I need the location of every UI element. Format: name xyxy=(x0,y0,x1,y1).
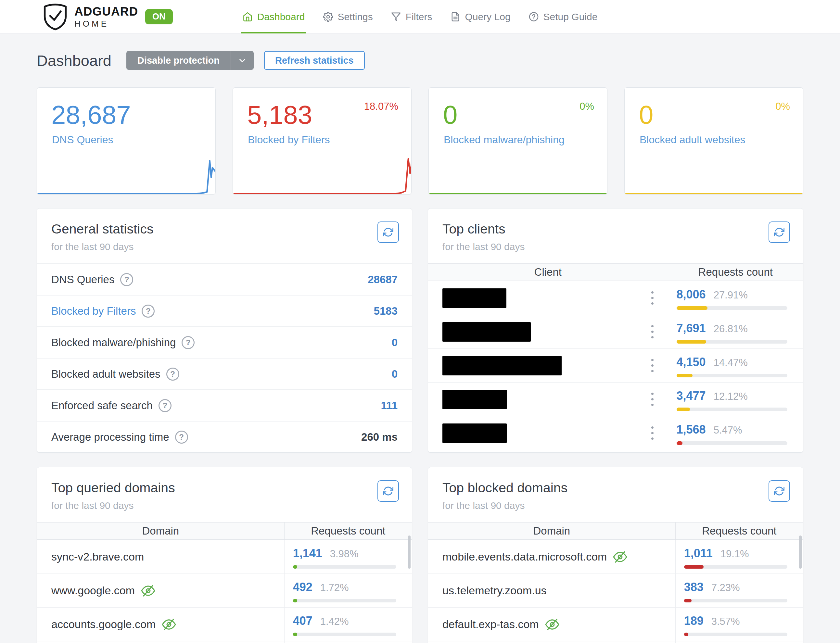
refresh-panel-button[interactable] xyxy=(378,222,399,243)
top-blocked-domains-panel: Top blocked domains for the last 90 days… xyxy=(428,467,803,643)
disable-protection-dropdown-button[interactable] xyxy=(230,51,254,70)
stat-row-value: 0 xyxy=(392,336,397,349)
kebab-menu-icon[interactable] xyxy=(649,391,655,408)
stat-card-blocked-adult: 0 Blocked adult websites 0% xyxy=(624,87,803,194)
domain-row: us.telemetry.zoom.us 3837.23% xyxy=(428,573,803,607)
stat-row-label: Enforced safe search xyxy=(51,400,153,412)
tracker-eye-slash-icon[interactable] xyxy=(545,619,560,630)
sparkline-chart xyxy=(624,156,803,194)
progress-track xyxy=(293,565,396,569)
request-percent: 5.47% xyxy=(714,424,742,436)
kebab-menu-icon[interactable] xyxy=(649,424,655,442)
tracker-eye-slash-icon[interactable] xyxy=(613,551,628,563)
refresh-panel-button[interactable] xyxy=(768,480,790,502)
help-circle-icon[interactable]: ? xyxy=(142,305,155,318)
nav-label: Query Log xyxy=(465,11,510,23)
column-header-client: Client xyxy=(428,264,668,281)
stat-list-row: Average processing time? 260 ms xyxy=(37,421,412,452)
redacted-client-name xyxy=(443,322,531,342)
help-circle-icon[interactable]: ? xyxy=(159,399,172,412)
tracker-eye-slash-icon[interactable] xyxy=(162,619,176,630)
document-icon xyxy=(450,12,460,22)
table-header: Domain Requests count xyxy=(37,522,412,540)
client-row: 7,69126.81% xyxy=(428,315,803,348)
stat-list-row: Blocked by Filters? 5183 xyxy=(37,295,412,326)
stat-row-value: 111 xyxy=(381,400,397,412)
stat-label[interactable]: Blocked by Filters xyxy=(248,134,330,146)
stat-row-value: 5183 xyxy=(374,305,397,317)
request-count: 1,568 xyxy=(677,423,706,436)
stat-percent: 0% xyxy=(580,101,594,113)
nav-tab-setup-guide[interactable]: Setup Guide xyxy=(528,0,599,33)
nav-tab-filters[interactable]: Filters xyxy=(390,0,434,33)
request-count: 4,150 xyxy=(677,355,706,369)
stat-cards-row: 28,687 DNS Queries 5,183 Blocked by Filt… xyxy=(37,87,803,194)
stat-percent: 18.07% xyxy=(364,101,398,113)
redacted-client-name xyxy=(443,423,507,443)
client-row: 4,15014.47% xyxy=(428,348,803,382)
panel-title: Top clients xyxy=(443,222,789,237)
brand-sub: HOME xyxy=(74,20,138,28)
nav-tab-settings[interactable]: Settings xyxy=(322,0,374,33)
table-scrollbar-thumb[interactable] xyxy=(408,535,410,569)
refresh-statistics-button[interactable]: Refresh statistics xyxy=(264,51,365,70)
kebab-menu-icon[interactable] xyxy=(649,323,655,340)
domain-row: default.exp-tas.com 1893.57% xyxy=(428,607,803,641)
progress-fill xyxy=(293,599,297,602)
client-row: 8,00627.91% xyxy=(428,281,803,315)
panel-subtitle: for the last 90 days xyxy=(51,241,397,252)
help-circle-icon[interactable]: ? xyxy=(175,431,188,444)
redacted-client-name xyxy=(443,390,507,409)
progress-track xyxy=(677,374,788,377)
table-header: Client Requests count xyxy=(428,263,803,281)
request-percent: 12.12% xyxy=(714,391,748,402)
stat-list-row: Enforced safe search? 111 xyxy=(37,389,412,421)
refresh-panel-button[interactable] xyxy=(378,480,399,502)
client-row: 3,47712.12% xyxy=(428,382,803,416)
app-header: ADGUARD HOME ON Dashboard Settings Filte… xyxy=(0,0,840,33)
column-header-requests: Requests count xyxy=(668,264,803,281)
help-circle-icon[interactable]: ? xyxy=(181,336,194,349)
stat-list-row: DNS Queries? 28687 xyxy=(37,263,412,295)
stat-label[interactable]: Blocked malware/phishing xyxy=(444,134,565,146)
refresh-panel-button[interactable] xyxy=(768,222,790,243)
request-percent: 1.72% xyxy=(320,582,349,594)
progress-track xyxy=(293,633,396,636)
kebab-menu-icon[interactable] xyxy=(649,357,655,374)
chevron-down-icon xyxy=(238,56,247,65)
stat-label[interactable]: DNS Queries xyxy=(52,134,113,146)
progress-track xyxy=(684,565,788,569)
domain-name: mobile.events.data.microsoft.com xyxy=(443,550,607,563)
panels-row-1: General statistics for the last 90 days … xyxy=(37,208,803,453)
tracker-eye-slash-icon[interactable] xyxy=(141,585,155,597)
disable-protection-button[interactable]: Disable protection xyxy=(126,51,230,70)
stat-label[interactable]: Blocked adult websites xyxy=(640,134,745,146)
request-count: 1,011 xyxy=(684,547,713,560)
domain-row: vscode-sync.trafficmanager.net 4001.39% xyxy=(37,641,412,643)
domain-row: www.google.com 4921.72% xyxy=(37,573,412,607)
adguard-logo[interactable]: ADGUARD HOME ON xyxy=(43,0,173,33)
domain-row: sync-v2.brave.com 1,1413.98% xyxy=(37,540,412,573)
progress-fill xyxy=(677,306,708,310)
request-percent: 1.42% xyxy=(320,616,349,627)
progress-fill xyxy=(677,340,706,344)
domain-row: accounts.google.com 4071.42% xyxy=(37,607,412,641)
request-percent: 27.91% xyxy=(714,289,748,301)
progress-track xyxy=(677,340,788,344)
progress-fill xyxy=(677,408,690,411)
table-scrollbar-thumb[interactable] xyxy=(799,535,802,569)
refresh-icon xyxy=(383,486,393,496)
table-header: Domain Requests count xyxy=(428,522,803,540)
request-percent: 14.47% xyxy=(714,357,748,369)
nav-tab-dashboard[interactable]: Dashboard xyxy=(241,0,306,33)
domain-name: www.google.com xyxy=(51,584,135,597)
stat-row-label-link[interactable]: Blocked by Filters xyxy=(51,305,136,317)
help-circle-icon[interactable]: ? xyxy=(120,273,133,286)
help-circle-icon[interactable]: ? xyxy=(166,367,179,380)
stat-value: 0 xyxy=(443,102,458,128)
progress-fill xyxy=(293,633,297,636)
kebab-menu-icon[interactable] xyxy=(649,289,655,307)
stat-row-label: Average processing time xyxy=(51,431,169,443)
domain-name: us.telemetry.zoom.us xyxy=(443,584,547,597)
nav-tab-query-log[interactable]: Query Log xyxy=(449,0,512,33)
